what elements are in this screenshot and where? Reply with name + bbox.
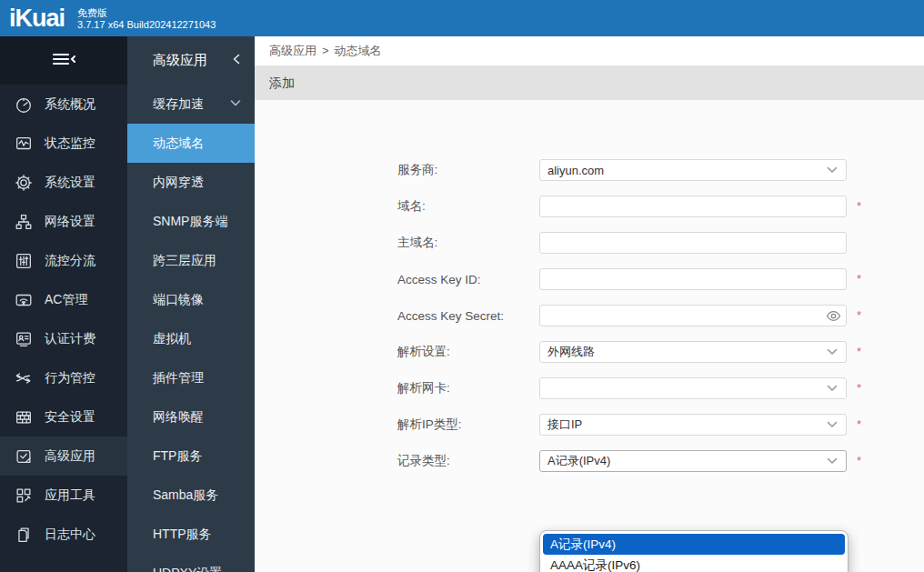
required-marker: * xyxy=(857,382,861,394)
sidebar-item-label: 高级应用 xyxy=(45,448,95,465)
sidebar-item-advanced-apps[interactable]: 高级应用 xyxy=(0,437,127,476)
record-type-dropdown: A记录(IPv4) AAAA记录(IPv6) xyxy=(539,530,849,572)
sidebar-item-app-tools[interactable]: 应用工具 xyxy=(0,476,127,515)
domain-field[interactable] xyxy=(539,196,847,217)
submenu-item-samba-service[interactable]: Samba服务 xyxy=(127,476,255,515)
app-logo: iKuai xyxy=(9,0,65,36)
submenu-item-virtual-machine[interactable]: 虚拟机 xyxy=(127,319,255,358)
add-ddns-form: 服务商: aliyun.com 域名: * 主域名: Access Key ID… xyxy=(255,159,924,572)
resolve-nic-select[interactable] xyxy=(539,377,847,399)
submenu-item-label: 动态域名 xyxy=(153,124,204,163)
main-sidebar: 系统概况 状态监控 系统设置 网络设置 流控分流 AC管理 认证计费 行为管控 … xyxy=(0,36,127,572)
required-marker: * xyxy=(857,346,861,357)
record-type-select-value: A记录(IPv4) xyxy=(547,453,610,469)
chevron-down-icon xyxy=(229,85,242,124)
sidebar-item-label: AC管理 xyxy=(45,292,87,308)
submenu-item-dynamic-dns[interactable]: 动态域名 xyxy=(127,124,255,163)
collapse-menu-icon xyxy=(50,50,77,72)
swap-arrows-icon xyxy=(13,367,35,389)
submenu-header[interactable]: 高级应用 xyxy=(127,36,255,85)
access-key-id-field[interactable] xyxy=(539,268,847,290)
submenu-item-ftp-service[interactable]: FTP服务 xyxy=(127,437,255,476)
dropdown-option-a-record[interactable]: A记录(IPv4) xyxy=(543,534,845,555)
chevron-down-icon xyxy=(826,455,839,468)
sidebar-item-auth-billing[interactable]: 认证计费 xyxy=(0,319,127,358)
submenu-item-label: 插件管理 xyxy=(153,358,204,397)
resolve-ip-type-select[interactable]: 接口IP xyxy=(539,414,847,436)
sidebar-item-status-monitor[interactable]: 状态监控 xyxy=(0,124,127,163)
sidebar-item-security-settings[interactable]: 安全设置 xyxy=(0,397,127,437)
submenu-item-cross-layer3[interactable]: 跨三层应用 xyxy=(127,241,255,280)
form-row-resolve-nic: 解析网卡: * xyxy=(397,377,924,399)
submenu-item-wake-on-lan[interactable]: 网络唤醒 xyxy=(127,397,255,437)
chevron-down-icon xyxy=(826,346,839,359)
eye-icon[interactable] xyxy=(826,308,841,324)
domain-label: 域名: xyxy=(397,198,539,215)
main-domain-field[interactable] xyxy=(539,232,847,254)
sidebar-item-label: 行为管控 xyxy=(45,370,95,386)
build-label: 3.7.17 x64 Build202412271043 xyxy=(77,19,216,31)
form-row-provider: 服务商: aliyun.com xyxy=(397,159,924,181)
resolve-ip-type-label: 解析IP类型: xyxy=(397,416,539,433)
submenu-item-label: 虚拟机 xyxy=(153,319,191,358)
sidebar-item-label: 系统设置 xyxy=(45,175,95,191)
required-marker: * xyxy=(857,418,861,430)
checkbox-icon xyxy=(13,446,35,467)
version-info: 免费版 3.7.17 x64 Build202412271043 xyxy=(77,5,216,31)
form-row-resolve-settings: 解析设置: 外网线路 * xyxy=(397,341,924,363)
submenu-item-udpxy-settings[interactable]: UDPXY设置 xyxy=(127,554,255,572)
submenu-panel: 高级应用 缓存加速 动态域名 内网穿透 SNMP服务端 跨三层应用 端口镜像 虚… xyxy=(127,36,255,572)
form-row-resolve-ip-type: 解析IP类型: 接口IP * xyxy=(397,414,924,436)
sidebar-item-flow-control[interactable]: 流控分流 xyxy=(0,241,127,280)
submenu-item-label: 网络唤醒 xyxy=(153,397,204,437)
submenu-item-port-mirroring[interactable]: 端口镜像 xyxy=(127,280,255,319)
sidebar-item-system-overview[interactable]: 系统概况 xyxy=(0,85,127,124)
provider-select[interactable]: aliyun.com xyxy=(539,159,847,181)
required-marker: * xyxy=(857,273,861,285)
submenu-item-intranet-penetration[interactable]: 内网穿透 xyxy=(127,163,255,202)
resolve-settings-select[interactable]: 外网线路 xyxy=(539,341,847,363)
page-title: 添加 xyxy=(269,75,295,90)
wifi-icon xyxy=(13,289,35,311)
submenu-item-label: HTTP服务 xyxy=(153,515,212,554)
chevron-down-icon xyxy=(826,418,839,432)
submenu-item-snmp-server[interactable]: SNMP服务端 xyxy=(127,202,255,241)
access-key-id-label: Access Key ID: xyxy=(397,273,539,286)
sidebar-item-ac-management[interactable]: AC管理 xyxy=(0,280,127,319)
sidebar-item-label: 系统概况 xyxy=(45,96,95,113)
sidebar-item-label: 认证计费 xyxy=(45,331,95,347)
sidebar-item-label: 状态监控 xyxy=(45,135,95,152)
record-type-select[interactable]: A记录(IPv4) xyxy=(539,450,847,472)
submenu-item-cache-acceleration[interactable]: 缓存加速 xyxy=(127,85,255,124)
chevron-down-icon xyxy=(826,382,839,396)
submenu-item-label: 跨三层应用 xyxy=(153,241,216,280)
record-type-label: 记录类型: xyxy=(397,453,539,469)
submenu-item-label: UDPXY设置 xyxy=(153,554,222,572)
sidebar-collapse-toggle[interactable] xyxy=(0,36,127,85)
gear-icon xyxy=(13,172,35,194)
form-row-access-key-secret: Access Key Secret: * xyxy=(397,305,924,326)
provider-select-value: aliyun.com xyxy=(547,164,604,177)
main-content: 高级应用>动态域名 添加 服务商: aliyun.com 域名: * 主域名: xyxy=(255,36,924,572)
top-bar: iKuai 免费版 3.7.17 x64 Build202412271043 xyxy=(0,0,924,36)
submenu-item-label: 内网穿透 xyxy=(153,163,204,202)
required-marker: * xyxy=(857,200,861,212)
sidebar-item-behavior-control[interactable]: 行为管控 xyxy=(0,358,127,397)
sidebar-item-network-settings[interactable]: 网络设置 xyxy=(0,202,127,241)
submenu-item-label: 缓存加速 xyxy=(153,85,204,124)
sidebar-item-log-center[interactable]: 日志中心 xyxy=(0,515,127,554)
sidebar-item-label: 应用工具 xyxy=(45,487,95,504)
sidebar-item-system-settings[interactable]: 系统设置 xyxy=(0,163,127,202)
provider-label: 服务商: xyxy=(397,162,539,178)
access-key-secret-field[interactable] xyxy=(539,305,847,326)
breadcrumb-parent[interactable]: 高级应用 xyxy=(269,44,316,57)
chevron-down-icon xyxy=(826,164,839,177)
submenu-item-plugin-management[interactable]: 插件管理 xyxy=(127,358,255,397)
submenu-item-label: Samba服务 xyxy=(153,476,218,515)
submenu-item-label: SNMP服务端 xyxy=(153,202,227,241)
dropdown-option-aaaa-record[interactable]: AAAA记录(IPv6) xyxy=(543,555,845,572)
submenu-item-http-service[interactable]: HTTP服务 xyxy=(127,515,255,554)
access-key-secret-label: Access Key Secret: xyxy=(397,309,539,323)
sidebar-item-label: 流控分流 xyxy=(45,253,95,269)
required-marker: * xyxy=(857,309,861,321)
